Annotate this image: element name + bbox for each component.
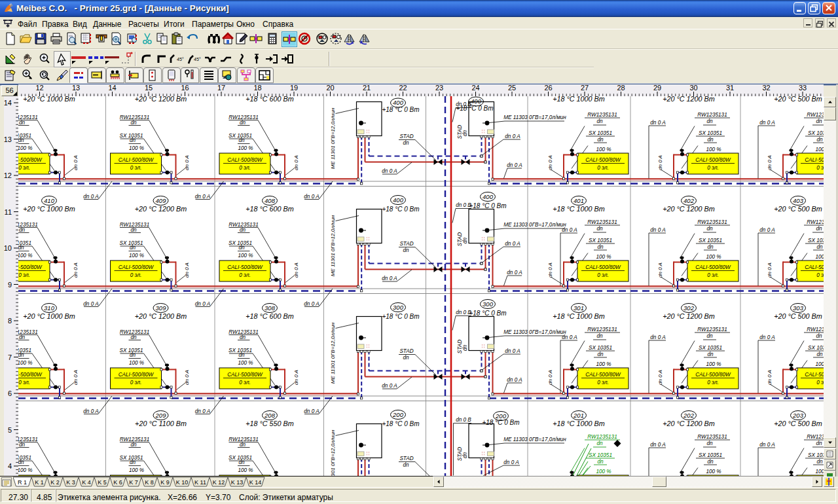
svg-text:dn 0 A: dn 0 A bbox=[382, 383, 397, 389]
svg-text:K 9: K 9 bbox=[160, 479, 170, 486]
svg-text:+18 °C 1000 Вт: +18 °C 1000 Вт bbox=[553, 205, 605, 213]
svg-text:dn: dn bbox=[130, 442, 137, 448]
svg-text:0 эл.: 0 эл. bbox=[707, 272, 719, 278]
svg-text:+20 °C 1200 Вт: +20 °C 1200 Вт bbox=[663, 312, 715, 320]
svg-text:dn: dn bbox=[707, 137, 714, 143]
svg-text:dn: dn bbox=[403, 462, 409, 468]
svg-text:dn: dn bbox=[130, 334, 137, 340]
svg-text:0 эл.: 0 эл. bbox=[18, 272, 30, 278]
svg-text:+18 °C 600 Вт: +18 °C 600 Вт bbox=[246, 96, 294, 103]
svg-text:dn 0 A: dn 0 A bbox=[184, 262, 190, 278]
svg-text:CALI-500/80W: CALI-500/80W bbox=[118, 264, 155, 270]
svg-text:dn: dn bbox=[130, 227, 137, 233]
svg-text:dn 0 A: dn 0 A bbox=[83, 408, 99, 414]
svg-text:+20 °C 1200 Вт: +20 °C 1200 Вт bbox=[135, 96, 187, 103]
svg-text:dn: dn bbox=[816, 441, 822, 446]
svg-text:SX 10351: SX 10351 bbox=[589, 238, 612, 243]
svg-text:12: 12 bbox=[4, 171, 12, 179]
svg-text:SX 10351: SX 10351 bbox=[808, 238, 824, 243]
svg-text:+20 °C 1000 Вт: +20 °C 1000 Вт bbox=[23, 96, 75, 103]
svg-text:+18 °C 0 Вт: +18 °C 0 Вт bbox=[469, 310, 506, 317]
svg-text:30: 30 bbox=[689, 84, 697, 92]
svg-text:SX 10351: SX 10351 bbox=[808, 130, 824, 136]
svg-text:CALI-500/80W: CALI-500/80W bbox=[805, 157, 824, 163]
svg-text:dn 0 A: dn 0 A bbox=[73, 370, 79, 385]
svg-text:dn 0 A: dn 0 A bbox=[562, 334, 577, 340]
svg-text:0 эл.: 0 эл. bbox=[239, 272, 251, 278]
svg-text:RW1235131: RW1235131 bbox=[587, 219, 617, 225]
svg-text:19: 19 bbox=[290, 84, 298, 92]
svg-text:K 11: K 11 bbox=[194, 479, 206, 486]
svg-text:dn: dn bbox=[18, 137, 24, 143]
svg-text:+20 °C 1100 Вт: +20 °C 1100 Вт bbox=[135, 420, 187, 427]
svg-text:dn: dn bbox=[240, 120, 246, 126]
svg-text:STAD: STAD bbox=[399, 241, 413, 247]
svg-text:0 эл.: 0 эл. bbox=[597, 165, 609, 171]
svg-text:dn: dn bbox=[816, 137, 823, 143]
svg-text:SX 10351: SX 10351 bbox=[589, 130, 612, 136]
svg-text:100 %: 100 % bbox=[129, 145, 144, 151]
svg-text:100 %: 100 % bbox=[238, 467, 253, 473]
svg-text:K 7: K 7 bbox=[129, 479, 138, 486]
svg-text:28: 28 bbox=[617, 84, 625, 92]
svg-text:dn 0 A: dn 0 A bbox=[505, 134, 520, 139]
svg-text:dn 0 A: dn 0 A bbox=[293, 370, 299, 385]
svg-text:100 %: 100 % bbox=[238, 360, 253, 366]
svg-text:dn 0 A: dn 0 A bbox=[562, 227, 577, 233]
svg-text:309: 309 bbox=[156, 304, 167, 312]
svg-text:310: 310 bbox=[44, 304, 55, 312]
svg-text:+18 °C 0 Вт: +18 °C 0 Вт bbox=[382, 206, 419, 213]
svg-text:0 эл.: 0 эл. bbox=[239, 165, 251, 171]
svg-text:+18 °C 0 Вт: +18 °C 0 Вт bbox=[382, 313, 419, 320]
svg-text:400: 400 bbox=[483, 193, 494, 200]
svg-text:CALI-500/80W: CALI-500/80W bbox=[805, 264, 824, 270]
svg-text:dn: dn bbox=[403, 140, 409, 146]
svg-text:dn: dn bbox=[18, 245, 24, 251]
svg-text:STAD: STAD bbox=[399, 348, 413, 354]
svg-text:dn: dn bbox=[130, 137, 136, 143]
svg-text:dn: dn bbox=[816, 226, 822, 232]
svg-text:+20 °C 1200 Вт: +20 °C 1200 Вт bbox=[663, 205, 715, 213]
svg-text:dn 0 A: dn 0 A bbox=[382, 276, 397, 281]
svg-text:dn 0 A: dn 0 A bbox=[650, 442, 666, 448]
svg-text:0 эл.: 0 эл. bbox=[130, 272, 142, 278]
svg-text:ME 11301 0ГВ=12,0л/мин: ME 11301 0ГВ=12,0л/мин bbox=[330, 215, 336, 276]
svg-text:K 12: K 12 bbox=[213, 479, 225, 486]
svg-text:dn: dn bbox=[238, 352, 245, 358]
svg-text:dn: dn bbox=[240, 227, 246, 233]
svg-text:24: 24 bbox=[471, 84, 479, 92]
svg-text:+20 °C 1000 Вт: +20 °C 1000 Вт bbox=[23, 312, 75, 320]
svg-text:0 эл.: 0 эл. bbox=[18, 380, 30, 386]
svg-text:100 %: 100 % bbox=[596, 254, 611, 260]
svg-text:+20 °C 1200 Вт: +20 °C 1200 Вт bbox=[135, 312, 187, 320]
svg-text:dn: dn bbox=[596, 226, 603, 232]
svg-text:dn: dn bbox=[596, 333, 603, 339]
svg-text:100 %: 100 % bbox=[238, 253, 253, 259]
svg-text:dn 0 B: dn 0 B bbox=[456, 417, 471, 423]
svg-text:dn: dn bbox=[130, 459, 136, 465]
svg-text:dn: dn bbox=[238, 245, 245, 251]
svg-text:202: 202 bbox=[683, 412, 695, 419]
svg-text:CALI-500/80W: CALI-500/80W bbox=[805, 372, 824, 378]
svg-text:45°: 45° bbox=[194, 57, 201, 62]
svg-text:dn 0 A: dn 0 A bbox=[759, 334, 775, 340]
svg-text:ME 11301 0ГВ=12,0л/мин: ME 11301 0ГВ=12,0л/мин bbox=[330, 322, 336, 384]
svg-text:20: 20 bbox=[326, 84, 334, 92]
svg-text:+18 °C 600 Вт: +18 °C 600 Вт bbox=[246, 205, 294, 213]
svg-text:0 эл.: 0 эл. bbox=[18, 165, 30, 171]
svg-text:0 эл.: 0 эл. bbox=[707, 165, 719, 171]
svg-text:100 %: 100 % bbox=[18, 145, 33, 151]
svg-text:K 10: K 10 bbox=[176, 479, 189, 486]
svg-text:0 эл.: 0 эл. bbox=[597, 272, 609, 278]
svg-text:CALI-500/80W: CALI-500/80W bbox=[227, 372, 263, 378]
svg-text:dn 0 A: dn 0 A bbox=[657, 370, 663, 385]
svg-text:18: 18 bbox=[253, 84, 261, 92]
svg-text:dn 0 A: dn 0 A bbox=[293, 155, 299, 170]
svg-text:6: 6 bbox=[8, 389, 12, 397]
svg-text:RW1235131: RW1235131 bbox=[697, 112, 727, 118]
svg-text:100 %: 100 % bbox=[129, 360, 144, 366]
svg-text:K 6: K 6 bbox=[113, 479, 122, 486]
svg-text:+20 °C 500 Вт: +20 °C 500 Вт bbox=[774, 420, 822, 427]
svg-text:dn 0 A: dn 0 A bbox=[507, 270, 522, 276]
svg-text:SX 10351: SX 10351 bbox=[699, 130, 722, 136]
